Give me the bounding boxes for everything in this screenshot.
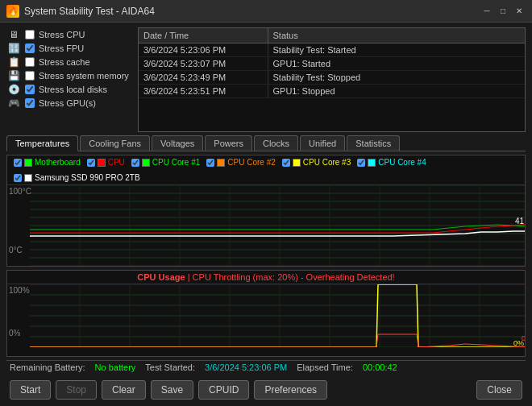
legend-item-samsung-ssd-990-pro-2tb: Samsung SSD 990 PRO 2TB <box>14 173 140 182</box>
stress-icon-stress-fpu: 🔢 <box>6 43 21 54</box>
cpu-throttle-label: | CPU Throttling (max: 20%) - Overheatin… <box>188 272 395 282</box>
checkbox-stress-disk[interactable] <box>25 85 35 94</box>
legend-item-motherboard: Motherboard <box>14 158 81 167</box>
clear-button[interactable]: Clear <box>102 380 146 400</box>
legend-label: CPU Core #4 <box>378 158 426 167</box>
sidebar-item-stress-cache[interactable]: 📋Stress cache <box>6 56 131 68</box>
cpu-svg: 0% 0% <box>30 284 525 347</box>
cpu-canvas-area: 100% 0% <box>7 284 525 347</box>
tabs-row: TemperaturesCooling FansVoltagesPowersCl… <box>6 135 526 151</box>
log-tbody: 3/6/2024 5:23:06 PMStability Test: Start… <box>139 44 525 98</box>
checkbox-stress-fpu[interactable] <box>25 44 35 53</box>
stop-button[interactable]: Stop <box>56 380 97 400</box>
temp-canvas-area: 100°C 0°C <box>7 185 525 266</box>
legend-color-box <box>293 159 301 167</box>
log-datetime: 3/6/2024 5:23:49 PM <box>139 71 268 85</box>
tab-clocks[interactable]: Clocks <box>254 135 298 151</box>
legend-cb-cpu-core-#1[interactable] <box>131 159 139 167</box>
sidebar-item-stress-mem[interactable]: 💾Stress system memory <box>6 70 131 81</box>
legend-color-box <box>142 159 150 167</box>
label-stress-mem: Stress system memory <box>39 71 129 81</box>
app-icon: 🔥 <box>6 5 19 18</box>
sidebar-item-stress-gpu[interactable]: 🎮Stress GPU(s) <box>6 97 131 109</box>
checkbox-stress-mem[interactable] <box>25 71 35 81</box>
legend-color-box <box>24 159 32 167</box>
sidebar-item-stress-cpu[interactable]: 🖥Stress CPU <box>6 29 131 40</box>
legend-cb-motherboard[interactable] <box>14 159 22 167</box>
legend-label: Samsung SSD 990 PRO 2TB <box>35 173 140 182</box>
legend-cb-cpu-core-#3[interactable] <box>282 159 290 167</box>
checkbox-stress-cpu[interactable] <box>25 30 35 39</box>
window-close-button[interactable]: ✕ <box>513 5 526 18</box>
label-stress-gpu: Stress GPU(s) <box>39 98 96 108</box>
legend-cb-cpu-core-#4[interactable] <box>357 159 365 167</box>
col-datetime: Date / Time <box>139 28 268 44</box>
log-table-container: Date / Time Status 3/6/2024 5:23:06 PMSt… <box>138 27 526 132</box>
stress-icon-stress-disk: 💿 <box>6 84 21 95</box>
start-button[interactable]: Start <box>10 380 51 400</box>
tab-unified[interactable]: Unified <box>300 135 345 151</box>
log-table: Date / Time Status 3/6/2024 5:23:06 PMSt… <box>139 28 525 98</box>
label-stress-disk: Stress local disks <box>39 85 107 94</box>
cpu-usage-label: CPU Usage <box>137 272 185 282</box>
temperature-chart: MotherboardCPUCPU Core #1CPU Core #2CPU … <box>6 155 526 267</box>
label-stress-cache: Stress cache <box>39 57 90 67</box>
window-title: System Stability Test - AIDA64 <box>24 6 480 17</box>
sidebar-item-stress-fpu[interactable]: 🔢Stress FPU <box>6 43 131 54</box>
temp-svg: 41 <box>30 185 525 266</box>
maximize-button[interactable]: □ <box>497 5 509 18</box>
log-datetime: 3/6/2024 5:23:07 PM <box>139 57 268 71</box>
legend-cb-cpu-core-#2[interactable] <box>206 159 214 167</box>
log-status: Stability Test: Stopped <box>268 71 525 85</box>
stress-icon-stress-gpu: 🎮 <box>6 97 21 109</box>
stress-icon-stress-cpu: 🖥 <box>6 29 21 40</box>
legend-color-box <box>24 174 32 182</box>
log-datetime: 3/6/2024 5:23:06 PM <box>139 44 268 57</box>
legend-color-box <box>98 159 106 167</box>
legend-label: Motherboard <box>35 158 81 167</box>
save-button[interactable]: Save <box>151 380 193 400</box>
log-status: GPU1: Started <box>268 57 525 71</box>
legend-label: CPU Core #2 <box>227 158 275 167</box>
table-row: 3/6/2024 5:23:49 PMStability Test: Stopp… <box>139 71 525 85</box>
title-bar: 🔥 System Stability Test - AIDA64 ─ □ ✕ <box>0 0 532 23</box>
legend-label: CPU Core #1 <box>152 158 200 167</box>
battery-label: Remaining Battery: <box>10 362 85 372</box>
checkbox-stress-cache[interactable] <box>25 57 35 67</box>
bottom-buttons: Start Stop Clear Save CPUID Preferences … <box>6 377 526 401</box>
preferences-button[interactable]: Preferences <box>254 380 327 400</box>
sidebar: 🖥Stress CPU🔢Stress FPU📋Stress cache💾Stre… <box>6 27 131 132</box>
stress-icon-stress-mem: 💾 <box>6 70 21 81</box>
cpu-usage-chart: CPU Usage | CPU Throttling (max: 20%) - … <box>6 270 526 357</box>
legend-color-box <box>217 159 225 167</box>
log-status: GPU1: Stopped <box>268 85 525 98</box>
table-row: 3/6/2024 5:23:06 PMStability Test: Start… <box>139 44 525 57</box>
close-button[interactable]: Close <box>476 380 522 400</box>
tab-voltages[interactable]: Voltages <box>152 135 203 151</box>
cpuid-button[interactable]: CPUID <box>198 380 249 400</box>
cpu-y-bottom: 0% <box>9 329 20 338</box>
temp-y-top: 100°C <box>9 187 31 196</box>
battery-value: No battery <box>95 362 136 372</box>
tab-cooling-fans[interactable]: Cooling Fans <box>80 135 150 151</box>
minimize-button[interactable]: ─ <box>480 5 493 18</box>
cpu-chart-title: CPU Usage | CPU Throttling (max: 20%) - … <box>7 271 525 284</box>
sidebar-item-stress-disk[interactable]: 💿Stress local disks <box>6 84 131 95</box>
cpu-y-top: 100% <box>9 286 30 295</box>
legend-cb-cpu[interactable] <box>87 159 95 167</box>
test-start-value: 3/6/2024 5:23:06 PM <box>205 362 287 372</box>
temp-y-bottom: 0°C <box>9 246 23 255</box>
legend-cb-samsung-ssd-990-pro-2tb[interactable] <box>14 174 22 182</box>
tab-temperatures[interactable]: Temperatures <box>6 135 78 151</box>
status-bar: Remaining Battery: No battery Test Start… <box>6 360 526 374</box>
col-status: Status <box>268 28 525 44</box>
checkbox-stress-gpu[interactable] <box>25 98 35 108</box>
legend-item-cpu-core-#4: CPU Core #4 <box>357 158 426 167</box>
legend-color-box <box>368 159 376 167</box>
tab-powers[interactable]: Powers <box>205 135 252 151</box>
label-stress-cpu: Stress CPU <box>39 30 85 39</box>
tab-statistics[interactable]: Statistics <box>347 135 400 151</box>
log-status: Stability Test: Started <box>268 44 525 57</box>
log-datetime: 3/6/2024 5:23:51 PM <box>139 85 268 98</box>
charts-area: MotherboardCPUCPU Core #1CPU Core #2CPU … <box>6 155 526 357</box>
